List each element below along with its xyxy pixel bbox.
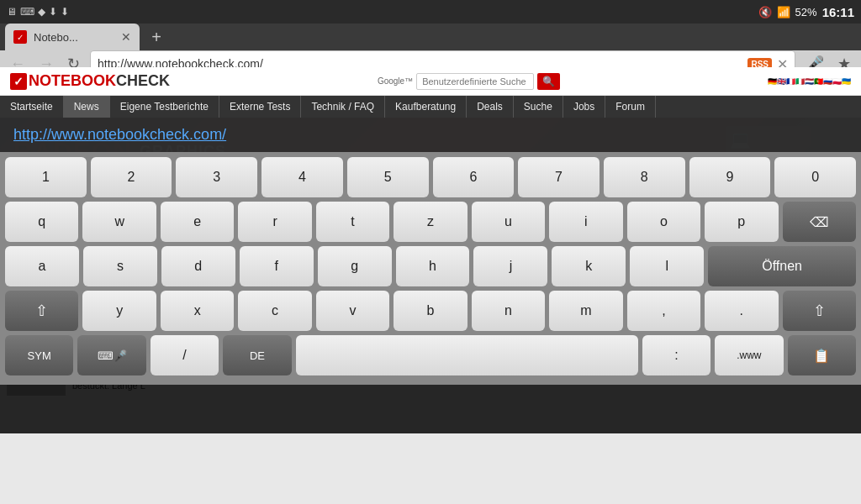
key-shift-right[interactable]: ⇧ (783, 291, 856, 331)
key-www[interactable]: .www (715, 335, 783, 375)
download-icon: ⬇ (49, 6, 57, 18)
key-s[interactable]: s (83, 246, 157, 286)
key-8[interactable]: 8 (604, 157, 685, 197)
search-button[interactable]: 🔍 (537, 73, 560, 90)
key-w[interactable]: w (82, 202, 156, 242)
key-6[interactable]: 6 (433, 157, 515, 197)
key-shift-left[interactable]: ⇧ (5, 291, 78, 331)
flags-container: 🇩🇪🇬🇧🇫🇷🇮🇹🇳🇱🇵🇹🇷🇺🇵🇱🇺🇦 (768, 77, 851, 86)
google-label: Google™ (378, 76, 413, 86)
key-slash[interactable]: / (151, 335, 219, 375)
key-n[interactable]: n (472, 291, 545, 331)
key-mic[interactable]: ⌨🎤 (77, 335, 145, 375)
key-r[interactable]: r (238, 202, 311, 242)
key-e[interactable]: e (161, 202, 234, 242)
logo-checkmark: ✓ (10, 73, 27, 90)
key-2[interactable]: 2 (91, 157, 172, 197)
download2-icon: ⬇ (61, 6, 69, 18)
search-input[interactable] (416, 73, 534, 90)
new-tab-button[interactable]: + (143, 24, 170, 50)
key-k[interactable]: k (552, 246, 626, 286)
tab-favicon (13, 30, 27, 44)
key-i[interactable]: i (549, 202, 622, 242)
key-backspace[interactable]: ⌫ (783, 202, 856, 242)
key-o[interactable]: o (627, 202, 700, 242)
key-7[interactable]: 7 (518, 157, 600, 197)
key-d[interactable]: d (161, 246, 235, 286)
key-b[interactable]: b (394, 291, 467, 331)
key-5[interactable]: 5 (347, 157, 429, 197)
virtual-keyboard: 1 2 3 4 5 6 7 8 9 0 q w e r t z u i (0, 152, 861, 385)
key-period[interactable]: . (705, 291, 778, 331)
key-y[interactable]: y (82, 291, 156, 331)
battery-text: 52% (795, 6, 817, 18)
keyboard-row-2: a s d f g h j k l Öffnen (5, 246, 856, 286)
key-comma[interactable]: , (627, 291, 700, 331)
key-space[interactable] (296, 335, 638, 375)
keyboard-overlay: http://www.notebookcheck.com/ 1 2 3 4 5 … (0, 118, 861, 433)
clock: 16:11 (822, 5, 854, 19)
key-t[interactable]: t (316, 202, 389, 242)
keyboard-icon: ⌨ (20, 6, 34, 18)
status-bar: 🖥 ⌨ ◆ ⬇ ⬇ 🔇 📶 52% 16:11 (0, 0, 861, 24)
status-icons-left: 🖥 ⌨ ◆ ⬇ ⬇ (7, 6, 69, 18)
nav-forum[interactable]: Forum (605, 96, 656, 118)
key-3[interactable]: 3 (176, 157, 257, 197)
active-tab[interactable]: Notebo... ✕ (5, 24, 140, 50)
web-content: ✓ NOTEBOOK CHECK Google™ 🔍 🇩🇪🇬🇧🇫🇷🇮🇹🇳🇱🇵🇹🇷… (0, 67, 861, 433)
nav-startseite[interactable]: Startseite (0, 96, 64, 118)
keyboard-number-row: 1 2 3 4 5 6 7 8 9 0 (5, 157, 856, 197)
tab-bar: Notebo... ✕ + (0, 24, 861, 50)
key-g[interactable]: g (318, 246, 392, 286)
mute-icon: 🔇 (758, 6, 772, 18)
browser-chrome: Notebo... ✕ + ← → ↻ http://www.notebookc… (0, 24, 861, 67)
key-x[interactable]: x (161, 291, 234, 331)
key-4[interactable]: 4 (261, 157, 343, 197)
logo-check: CHECK (116, 72, 170, 90)
screenshot-icon: 🖥 (7, 6, 17, 18)
status-icons-right: 🔇 📶 52% 16:11 (758, 5, 854, 19)
key-p[interactable]: p (705, 202, 778, 242)
nav-jobs[interactable]: Jobs (563, 96, 605, 118)
key-m[interactable]: m (549, 291, 622, 331)
keyboard-bottom-row: SYM ⌨🎤 / DE : .www 📋 (5, 335, 856, 375)
search-area: Google™ 🔍 (378, 73, 560, 90)
key-q[interactable]: q (5, 202, 78, 242)
key-l[interactable]: l (630, 246, 704, 286)
site-nav: Startseite News Eigene Testberichte Exte… (0, 96, 861, 118)
key-h[interactable]: h (396, 246, 470, 286)
key-u[interactable]: u (472, 202, 545, 242)
nav-eigene-testberichte[interactable]: Eigene Testberichte (110, 96, 219, 118)
key-enter[interactable]: Öffnen (708, 246, 856, 286)
keyboard-row-1: q w e r t z u i o p ⌫ (5, 202, 856, 242)
key-sym[interactable]: SYM (5, 335, 73, 375)
nav-news[interactable]: News (64, 96, 110, 118)
key-z[interactable]: z (394, 202, 467, 242)
tab-close-button[interactable]: ✕ (121, 30, 131, 44)
key-language[interactable]: DE (223, 335, 291, 375)
key-a[interactable]: a (5, 246, 79, 286)
nav-suche[interactable]: Suche (514, 96, 563, 118)
key-v[interactable]: v (316, 291, 389, 331)
key-1[interactable]: 1 (5, 157, 87, 197)
keyboard-row-3: ⇧ y x c v b n m , . ⇧ (5, 291, 856, 331)
key-0[interactable]: 0 (774, 157, 856, 197)
nav-externe-tests[interactable]: Externe Tests (219, 96, 301, 118)
dropbox-icon: ◆ (38, 6, 45, 18)
nav-deals[interactable]: Deals (467, 96, 514, 118)
url-display-bar: http://www.notebookcheck.com/ (0, 118, 861, 152)
nav-kaufberatung[interactable]: Kaufberatung (385, 96, 467, 118)
key-c[interactable]: c (238, 291, 311, 331)
nav-technik-faq[interactable]: Technik / FAQ (301, 96, 385, 118)
key-j[interactable]: j (473, 246, 547, 286)
site-header: ✓ NOTEBOOK CHECK Google™ 🔍 🇩🇪🇬🇧🇫🇷🇮🇹🇳🇱🇵🇹🇷… (0, 67, 861, 96)
key-9[interactable]: 9 (689, 157, 771, 197)
logo-notebook: NOTEBOOK (29, 72, 116, 90)
key-clipboard[interactable]: 📋 (788, 335, 856, 375)
tab-title: Notebo... (34, 31, 114, 44)
logo: ✓ NOTEBOOK CHECK (10, 72, 170, 90)
key-f[interactable]: f (240, 246, 314, 286)
key-colon[interactable]: : (642, 335, 710, 375)
language-flags: 🇩🇪🇬🇧🇫🇷🇮🇹🇳🇱🇵🇹🇷🇺🇵🇱🇺🇦 (768, 77, 851, 86)
wifi-icon: 📶 (777, 6, 790, 18)
